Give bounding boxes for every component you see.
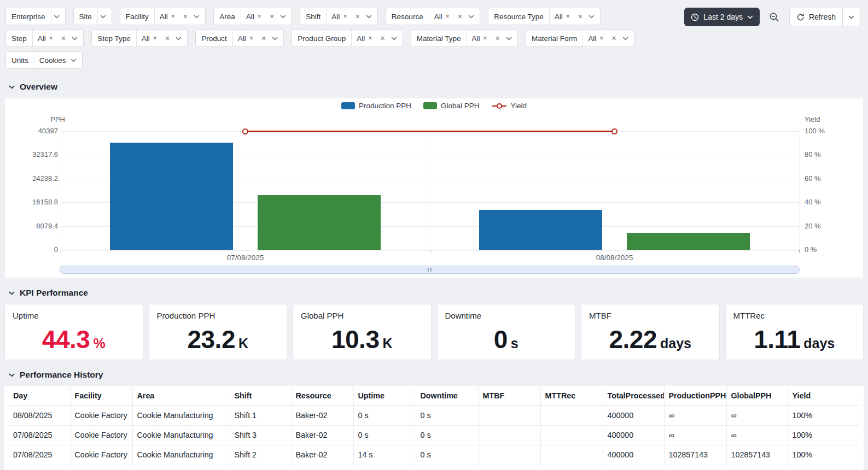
- cell-globalpph: ∞: [726, 406, 788, 425]
- col-yield[interactable]: Yield: [788, 386, 859, 406]
- filter-material-type[interactable]: Material TypeAll××: [411, 30, 518, 47]
- tag-remove-icon[interactable]: ×: [171, 13, 175, 20]
- chevron-down-icon[interactable]: [364, 15, 377, 19]
- clear-filter-icon[interactable]: ×: [179, 13, 191, 21]
- filter-enterprise[interactable]: Enterprise: [5, 8, 66, 25]
- x-axis-line: [61, 250, 799, 250]
- table-row-0[interactable]: 08/08/2025Cookie FactoryCookie Manufactu…: [9, 406, 859, 425]
- clear-filter-icon[interactable]: ×: [57, 34, 69, 43]
- tag-remove-icon[interactable]: ×: [258, 13, 261, 20]
- tag-remove-icon[interactable]: ×: [483, 35, 487, 42]
- refresh-button[interactable]: Refresh: [790, 8, 842, 26]
- yield-point-0[interactable]: [242, 128, 248, 134]
- chevron-down-icon[interactable]: [173, 37, 187, 40]
- y-axis-label-right: 100 %: [805, 127, 825, 135]
- col-facility[interactable]: Facility: [70, 386, 132, 406]
- filter-resource[interactable]: ResourceAll××: [386, 8, 480, 25]
- filter-label: Step: [6, 34, 32, 43]
- tag-remove-icon[interactable]: ×: [249, 35, 253, 42]
- clear-filter-icon[interactable]: ×: [454, 13, 466, 21]
- clear-filter-icon[interactable]: ×: [351, 13, 363, 21]
- data-zoom-slider[interactable]: [60, 266, 800, 274]
- kpi-unit: s: [511, 336, 519, 351]
- clear-filter-icon[interactable]: ×: [608, 34, 620, 43]
- clear-filter-icon[interactable]: ×: [574, 13, 586, 21]
- filter-product-group[interactable]: Product GroupAll××: [292, 30, 403, 47]
- history-section-header[interactable]: Performance History: [9, 370, 859, 380]
- chevron-down-icon[interactable]: [586, 15, 600, 19]
- clear-filter-icon[interactable]: ×: [161, 34, 173, 43]
- chevron-down-icon[interactable]: [68, 58, 82, 62]
- kpi-value-row: 1.11days: [733, 327, 856, 353]
- bar-global-pph-0[interactable]: [258, 195, 381, 250]
- legend-item-production-pph[interactable]: Production PPH: [341, 102, 411, 110]
- chevron-down-icon[interactable]: [270, 37, 283, 40]
- chevron-down-icon[interactable]: [191, 15, 205, 19]
- clear-filter-icon[interactable]: ×: [258, 34, 270, 43]
- kpi-section-header[interactable]: KPI Performance: [9, 288, 859, 298]
- filter-step[interactable]: StepAll××: [5, 30, 84, 47]
- time-range-button[interactable]: Last 2 days: [684, 8, 760, 26]
- tag-remove-icon[interactable]: ×: [153, 35, 157, 42]
- yield-point-1[interactable]: [611, 128, 617, 134]
- col-downtime[interactable]: Downtime: [416, 386, 478, 406]
- chevron-down-icon[interactable]: [466, 15, 480, 19]
- yield-line[interactable]: [246, 131, 615, 132]
- filter-units[interactable]: UnitsCookies: [5, 51, 83, 69]
- legend-item-yield[interactable]: Yield: [492, 102, 527, 110]
- col-shift[interactable]: Shift: [230, 386, 291, 406]
- col-resource[interactable]: Resource: [291, 386, 353, 406]
- zoom-out-button[interactable]: [765, 9, 784, 25]
- chevron-down-icon[interactable]: [51, 15, 65, 19]
- tag-remove-icon[interactable]: ×: [368, 35, 372, 42]
- filter-site[interactable]: Site: [73, 8, 112, 25]
- filter-step-type[interactable]: Step TypeAll××: [91, 30, 188, 47]
- refresh-options-button[interactable]: [843, 8, 860, 26]
- cell-resource: Baker-02: [291, 425, 353, 445]
- chevron-down-icon[interactable]: [98, 15, 112, 19]
- filter-shift[interactable]: ShiftAll××: [300, 8, 378, 25]
- section-title: Performance History: [20, 370, 103, 380]
- chevron-down-icon[interactable]: [620, 37, 634, 40]
- tag-remove-icon[interactable]: ×: [49, 35, 53, 42]
- col-productionpph[interactable]: ProductionPPH: [664, 386, 726, 406]
- filter-label: Resource: [386, 13, 429, 21]
- overview-section-header[interactable]: Overview: [9, 82, 859, 92]
- tag-remove-icon[interactable]: ×: [599, 35, 603, 42]
- legend-item-global-pph[interactable]: Global PPH: [423, 102, 480, 110]
- selected-value-text: Cookies: [39, 56, 66, 64]
- filter-product[interactable]: ProductAll××: [195, 30, 284, 47]
- col-globalpph[interactable]: GlobalPPH: [726, 386, 788, 406]
- filter-material-form[interactable]: Material FormAll××: [526, 30, 634, 47]
- filter-resource-type[interactable]: Resource TypeAll××: [488, 8, 601, 25]
- cell-uptime: 0 s: [353, 406, 416, 425]
- tag-remove-icon[interactable]: ×: [446, 13, 450, 20]
- col-uptime[interactable]: Uptime: [353, 386, 416, 406]
- col-area[interactable]: Area: [132, 386, 230, 406]
- tag-remove-icon[interactable]: ×: [566, 13, 570, 20]
- filter-facility[interactable]: FacilityAll××: [120, 8, 206, 25]
- col-totalprocessed[interactable]: TotalProcessed: [603, 386, 664, 406]
- filter-label: Shift: [300, 13, 326, 21]
- chevron-down-icon[interactable]: [69, 37, 83, 40]
- col-mtbf[interactable]: MTBF: [478, 386, 540, 406]
- table-header-row: DayFacilityAreaShiftResourceUptimeDownti…: [9, 386, 859, 406]
- clear-filter-icon[interactable]: ×: [376, 34, 388, 43]
- table-row-2[interactable]: 07/08/2025Cookie FactoryCookie Manufactu…: [9, 445, 859, 465]
- bar-global-pph-1[interactable]: [627, 233, 750, 250]
- chevron-down-icon[interactable]: [389, 37, 403, 40]
- col-mttrec[interactable]: MTTRec: [540, 386, 603, 406]
- col-day[interactable]: Day: [9, 386, 70, 406]
- chevron-down-icon[interactable]: [504, 37, 517, 40]
- tag-remove-icon[interactable]: ×: [343, 13, 347, 20]
- clear-filter-icon[interactable]: ×: [491, 34, 503, 43]
- selected-value: All×: [233, 34, 255, 43]
- clear-filter-icon[interactable]: ×: [266, 13, 278, 21]
- kpi-title: MTBF: [589, 311, 712, 320]
- data-zoom-handle[interactable]: [428, 268, 432, 272]
- table-row-1[interactable]: 07/08/2025Cookie FactoryCookie Manufactu…: [9, 425, 859, 445]
- chevron-down-icon[interactable]: [278, 15, 292, 19]
- bar-production-pph-0[interactable]: [110, 143, 233, 250]
- bar-production-pph-1[interactable]: [479, 210, 602, 250]
- filter-area[interactable]: AreaAll××: [213, 8, 292, 25]
